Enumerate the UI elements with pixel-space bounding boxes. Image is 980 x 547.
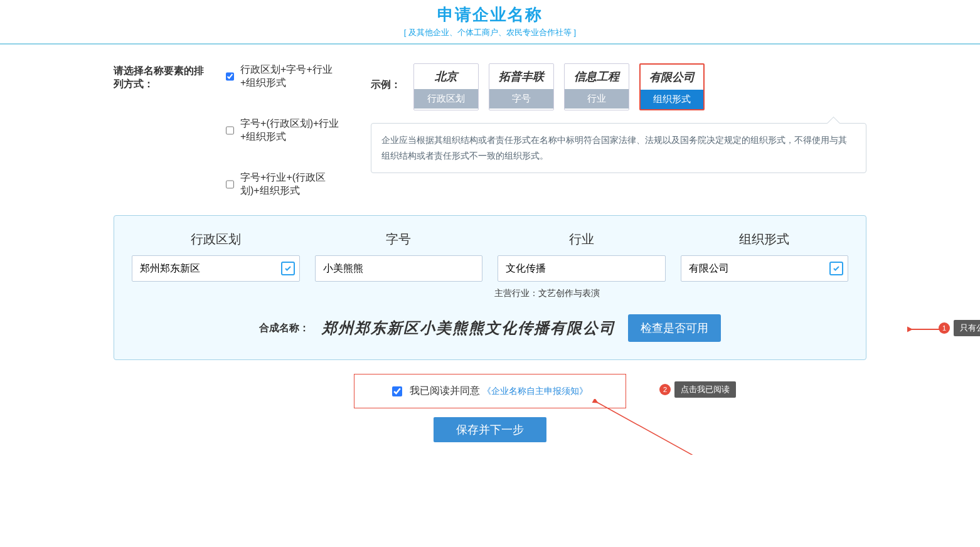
example-boxes: 北京 行政区划 拓普丰联 字号 信息工程 行业 有限公司 组织形式	[413, 63, 705, 110]
combined-row: 合成名称： 郑州郑东新区小美熊熊文化传播有限公司 检查是否可用 1 只有公司名称…	[132, 314, 848, 342]
option-3[interactable]: 字号+行业+(行政区划)+组织形式	[226, 171, 346, 198]
page-subtitle: [ 及其他企业、个体工商户、农民专业合作社等 ]	[0, 27, 980, 38]
annotation-1: 1 只有公司名称检查可用，不重复	[939, 320, 980, 336]
example-box-orgform[interactable]: 有限公司 组织形式	[639, 63, 705, 110]
save-next-button[interactable]: 保存并下一步	[434, 417, 546, 442]
top-row: 请选择名称要素的排列方式： 行政区划+字号+行业+组织形式 字号+(行政区划)+…	[114, 63, 866, 198]
svg-line-1	[597, 402, 716, 455]
check-icon	[833, 265, 840, 272]
naming-options-section: 请选择名称要素的排列方式： 行政区划+字号+行业+组织形式 字号+(行政区划)+…	[114, 63, 346, 198]
option-2-label: 字号+(行政区划)+行业+组织形式	[240, 117, 346, 144]
option-1-checkbox[interactable]	[226, 72, 234, 82]
page-header: 申请企业名称 [ 及其他企业、个体工商户、农民专业合作社等 ]	[0, 0, 980, 45]
naming-select-label: 请选择名称要素的排列方式：	[114, 63, 211, 198]
sub-industry: 主营行业：文艺创作与表演	[494, 288, 848, 299]
example-box-shopname[interactable]: 拓普丰联 字号	[489, 63, 554, 110]
input-industry[interactable]	[498, 255, 666, 282]
annotation-1-badge: 1	[939, 322, 950, 334]
form-panel: 行政区划 字号 行业 组	[114, 215, 866, 360]
input-region[interactable]	[132, 255, 300, 282]
picker-icon-orgform[interactable]	[829, 262, 843, 275]
hint-tooltip: 企业应当根据其组织结构或者责任形式在名称中标明符合国家法律、法规以及国务院决定规…	[371, 123, 866, 173]
check-availability-button[interactable]: 检查是否可用	[628, 314, 721, 342]
annotation-2: 2 点击我已阅读	[659, 381, 736, 398]
field-region: 行政区划	[132, 231, 300, 282]
agree-inner: 我已阅读并同意 《企业名称自主申报须知》	[354, 374, 626, 408]
input-shopname[interactable]	[315, 255, 483, 282]
annotation-2-label: 点击我已阅读	[674, 381, 736, 398]
option-1-label: 行政区划+字号+行业+组织形式	[240, 63, 346, 90]
agree-section: 我已阅读并同意 《企业名称自主申报须知》 2 点击我已阅读	[114, 374, 866, 408]
example-box-region[interactable]: 北京 行政区划	[413, 63, 479, 110]
example-label: 示例：	[371, 63, 401, 92]
example-section: 示例： 北京 行政区划 拓普丰联 字号 信息工程 行业 有限	[371, 63, 866, 198]
combined-label: 合成名称：	[259, 322, 309, 335]
option-1[interactable]: 行政区划+字号+行业+组织形式	[226, 63, 346, 90]
agree-text: 我已阅读并同意	[410, 385, 480, 396]
field-industry: 行业	[498, 231, 666, 282]
combined-name: 郑州郑东新区小美熊熊文化传播有限公司	[322, 318, 615, 338]
option-2-checkbox[interactable]	[226, 125, 234, 135]
fields-row: 行政区划 字号 行业 组	[132, 231, 848, 282]
check-icon	[284, 265, 292, 272]
annotation-2-badge: 2	[659, 384, 671, 395]
page-title: 申请企业名称	[0, 4, 980, 26]
agree-link[interactable]: 《企业名称自主申报须知》	[482, 386, 588, 396]
field-orgform: 组织形式	[681, 231, 849, 282]
example-box-industry[interactable]: 信息工程 行业	[564, 63, 629, 110]
option-2[interactable]: 字号+(行政区划)+行业+组织形式	[226, 117, 346, 144]
option-3-checkbox[interactable]	[226, 179, 234, 189]
main-container: 请选择名称要素的排列方式： 行政区划+字号+行业+组织形式 字号+(行政区划)+…	[57, 45, 923, 455]
annotation-1-label: 只有公司名称检查可用，不重复	[954, 320, 980, 336]
picker-icon-region[interactable]	[281, 262, 295, 275]
field-shopname: 字号	[315, 231, 483, 282]
option-3-label: 字号+行业+(行政区划)+组织形式	[240, 171, 346, 198]
input-orgform[interactable]	[681, 255, 849, 282]
options-list: 行政区划+字号+行业+组织形式 字号+(行政区划)+行业+组织形式 字号+行业+…	[226, 63, 346, 198]
agree-checkbox[interactable]	[392, 386, 402, 396]
